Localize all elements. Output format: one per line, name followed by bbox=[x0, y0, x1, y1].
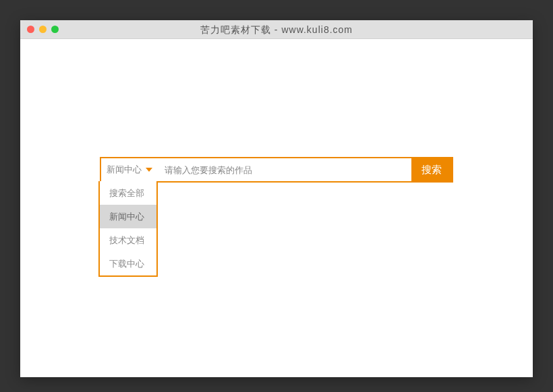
maximize-window-button[interactable] bbox=[51, 26, 59, 33]
search-button[interactable]: 搜索 bbox=[411, 158, 452, 181]
category-dropdown: 搜索全部新闻中心技术文档下载中心 bbox=[98, 181, 158, 277]
category-selected-label: 新闻中心 bbox=[107, 164, 142, 176]
titlebar: 苦力吧素材下载 - www.kuli8.com bbox=[20, 20, 533, 39]
category-select[interactable]: 新闻中心 bbox=[101, 158, 158, 181]
minimize-window-button[interactable] bbox=[39, 26, 47, 33]
app-window: 苦力吧素材下载 - www.kuli8.com 新闻中心 搜索 搜索全部新闻中心… bbox=[20, 20, 533, 377]
dropdown-item[interactable]: 技术文档 bbox=[100, 228, 156, 252]
search-bar: 新闻中心 搜索 bbox=[100, 157, 453, 183]
close-window-button[interactable] bbox=[27, 26, 34, 33]
search-container: 新闻中心 搜索 搜索全部新闻中心技术文档下载中心 bbox=[100, 157, 453, 183]
dropdown-item[interactable]: 下载中心 bbox=[100, 252, 156, 275]
traffic-lights bbox=[27, 26, 59, 33]
dropdown-item[interactable]: 新闻中心 bbox=[100, 205, 156, 228]
window-title: 苦力吧素材下载 - www.kuli8.com bbox=[20, 20, 533, 39]
search-input[interactable] bbox=[158, 158, 411, 181]
dropdown-item[interactable]: 搜索全部 bbox=[100, 181, 156, 205]
chevron-down-icon bbox=[146, 168, 152, 172]
content-area: 新闻中心 搜索 搜索全部新闻中心技术文档下载中心 bbox=[20, 39, 533, 377]
